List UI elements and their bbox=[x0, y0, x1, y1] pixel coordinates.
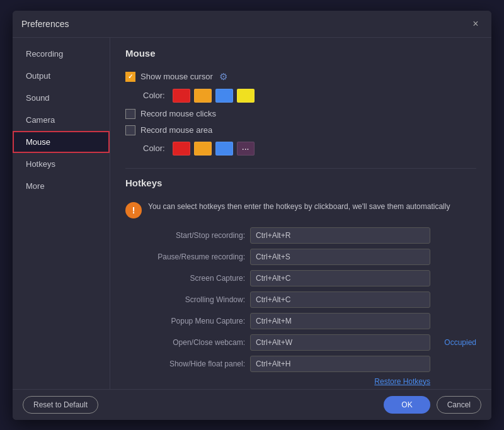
sidebar-item-more[interactable]: More bbox=[13, 175, 110, 197]
hotkey-label-webcam: Open/Close webcam: bbox=[125, 338, 245, 347]
hotkey-row-popup-menu: Popup Menu Capture: bbox=[125, 313, 476, 329]
hotkey-row-pause-resume: Pause/Resume recording: bbox=[125, 249, 476, 265]
hotkey-row-float-panel: Show/Hide float panel: bbox=[125, 356, 476, 372]
area-color-row: Color: ··· bbox=[143, 142, 476, 156]
record-clicks-label: Record mouse clicks bbox=[140, 109, 216, 118]
color-swatch-blue-2[interactable] bbox=[215, 142, 233, 156]
restore-hotkeys-link[interactable]: Restore Hotkeys bbox=[125, 377, 430, 386]
hotkey-label-scrolling: Scrolling Window: bbox=[125, 295, 245, 304]
record-clicks-row: Record mouse clicks bbox=[125, 109, 476, 119]
hotkeys-section-title: Hotkeys bbox=[125, 178, 476, 192]
preferences-dialog: Preferences × Recording Output Sound Cam… bbox=[13, 11, 491, 420]
hotkey-label-start-stop: Start/Stop recording: bbox=[125, 231, 245, 240]
sidebar-item-output[interactable]: Output bbox=[13, 65, 110, 87]
record-area-checkbox[interactable] bbox=[125, 125, 135, 135]
dialog-title: Preferences bbox=[21, 19, 69, 29]
sidebar-item-mouse[interactable]: Mouse bbox=[13, 131, 110, 153]
hotkey-label-pause-resume: Pause/Resume recording: bbox=[125, 252, 245, 261]
cancel-button[interactable]: Cancel bbox=[437, 396, 481, 414]
color-swatch-red-2[interactable] bbox=[173, 142, 190, 156]
show-cursor-label: Show mouse cursor bbox=[140, 72, 213, 81]
color-swatch-yellow-1[interactable] bbox=[237, 89, 255, 103]
show-cursor-checkbox[interactable] bbox=[125, 72, 135, 82]
mouse-section-title: Mouse bbox=[125, 48, 476, 62]
dialog-body: Recording Output Sound Camera Mouse Hotk… bbox=[13, 38, 491, 389]
ok-button[interactable]: OK bbox=[384, 396, 430, 414]
hotkey-label-screen-capture: Screen Capture: bbox=[125, 274, 245, 283]
hotkey-row-webcam: Open/Close webcam: Occupied bbox=[125, 334, 476, 351]
color-swatch-blue-1[interactable] bbox=[215, 89, 233, 103]
hotkeys-section: Hotkeys ! You can select hotkeys then en… bbox=[125, 178, 476, 386]
record-area-label: Record mouse area bbox=[140, 125, 212, 135]
hotkeys-info-box: ! You can select hotkeys then enter the … bbox=[125, 201, 476, 218]
divider-1 bbox=[125, 168, 476, 169]
sidebar: Recording Output Sound Camera Mouse Hotk… bbox=[13, 38, 110, 389]
info-icon: ! bbox=[125, 202, 142, 218]
occupied-badge-webcam: Occupied bbox=[435, 338, 476, 347]
hotkey-row-scrolling: Scrolling Window: bbox=[125, 291, 476, 308]
hotkey-input-screen-capture[interactable] bbox=[250, 270, 430, 286]
title-bar: Preferences × bbox=[13, 11, 491, 38]
gear-icon[interactable]: ⚙ bbox=[219, 71, 227, 82]
sidebar-item-sound[interactable]: Sound bbox=[13, 87, 110, 109]
hotkey-input-pause-resume[interactable] bbox=[250, 249, 430, 265]
color-swatch-orange-1[interactable] bbox=[194, 89, 212, 103]
hotkey-input-scrolling[interactable] bbox=[250, 291, 430, 308]
hotkey-row-screen-capture: Screen Capture: bbox=[125, 270, 476, 286]
hotkey-input-float-panel[interactable] bbox=[250, 356, 430, 372]
footer-right-buttons: OK Cancel bbox=[384, 396, 481, 414]
color-swatch-red-1[interactable] bbox=[173, 89, 190, 103]
hotkey-input-popup-menu[interactable] bbox=[250, 313, 430, 329]
hotkey-label-popup-menu: Popup Menu Capture: bbox=[125, 317, 245, 325]
main-content: Mouse Show mouse cursor ⚙ Color: bbox=[110, 38, 491, 389]
hotkeys-info-text: You can select hotkeys then enter the ho… bbox=[148, 201, 450, 212]
dialog-footer: Reset to Default OK Cancel bbox=[13, 389, 491, 420]
hotkey-input-start-stop[interactable] bbox=[250, 227, 430, 244]
hotkey-row-start-stop: Start/Stop recording: bbox=[125, 227, 476, 244]
show-cursor-row: Show mouse cursor ⚙ bbox=[125, 71, 476, 82]
hotkey-label-float-panel: Show/Hide float panel: bbox=[125, 359, 245, 368]
sidebar-item-recording[interactable]: Recording bbox=[13, 43, 110, 65]
mouse-section: Mouse Show mouse cursor ⚙ Color: bbox=[125, 48, 476, 156]
record-area-row: Record mouse area bbox=[125, 125, 476, 135]
sidebar-item-hotkeys[interactable]: Hotkeys bbox=[13, 153, 110, 175]
hotkey-input-webcam[interactable] bbox=[250, 334, 430, 351]
close-button[interactable]: × bbox=[469, 17, 483, 31]
color2-label: Color: bbox=[143, 144, 165, 153]
reset-to-default-button[interactable]: Reset to Default bbox=[23, 396, 98, 414]
color1-label: Color: bbox=[143, 91, 165, 100]
record-clicks-checkbox[interactable] bbox=[125, 109, 135, 119]
cursor-color-row: Color: bbox=[143, 89, 476, 103]
color-swatch-more[interactable]: ··· bbox=[237, 142, 255, 156]
color-swatch-orange-2[interactable] bbox=[194, 142, 212, 156]
sidebar-item-camera[interactable]: Camera bbox=[13, 109, 110, 131]
